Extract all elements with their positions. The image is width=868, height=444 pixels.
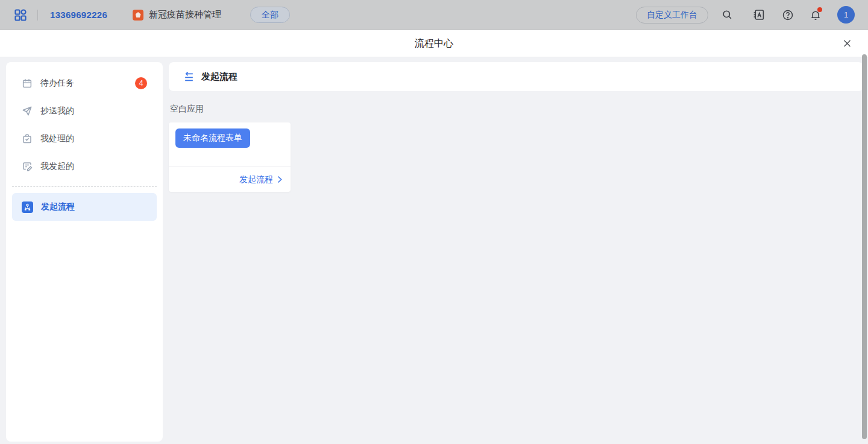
current-app-name[interactable]: 新冠疫苗接种管理 — [149, 9, 221, 21]
modal-header: 流程中心 — [0, 30, 868, 57]
customize-workbench-button[interactable]: 自定义工作台 — [636, 7, 708, 24]
todo-count-badge: 4 — [135, 77, 147, 89]
user-avatar[interactable]: 1 — [837, 6, 855, 24]
sidebar-item-label: 发起流程 — [41, 201, 147, 212]
current-app-icon — [133, 10, 143, 21]
help-icon[interactable] — [782, 9, 794, 21]
sidebar-item-initiated-by-me[interactable]: 我发起的 — [12, 153, 157, 180]
app-group-label: 空白应用 — [170, 104, 863, 115]
blank-app-card: 未命名流程表单 发起流程 — [169, 122, 291, 192]
filter-all-pill[interactable]: 全部 — [250, 7, 290, 23]
edit-doc-icon — [22, 161, 33, 172]
sidebar: 待办任务 4 抄送我的 我处理的 — [6, 62, 163, 442]
sidebar-item-label: 我发起的 — [40, 161, 147, 172]
notification-bell-icon[interactable] — [810, 9, 822, 21]
vertical-scrollbar[interactable] — [862, 54, 867, 439]
initiate-process-link[interactable]: 发起流程 — [175, 167, 284, 192]
close-icon[interactable] — [840, 36, 855, 51]
flow-chart-icon — [22, 201, 33, 213]
org-name[interactable]: 13369692226 — [50, 10, 107, 20]
sidebar-item-todo-tasks[interactable]: 待办任务 4 — [12, 69, 157, 97]
sidebar-item-cc-to-me[interactable]: 抄送我的 — [12, 97, 157, 125]
sidebar-divider — [12, 186, 157, 187]
sidebar-item-label: 我处理的 — [40, 133, 147, 144]
apps-grid-icon[interactable] — [13, 8, 28, 22]
sidebar-item-label: 待办任务 — [40, 78, 135, 89]
process-center-body: 待办任务 4 抄送我的 我处理的 — [0, 58, 868, 444]
sidebar-item-label: 抄送我的 — [40, 106, 147, 116]
sidebar-item-handled-by-me[interactable]: 我处理的 — [12, 125, 157, 153]
topbar-divider — [37, 10, 38, 21]
todo-calendar-icon — [22, 78, 33, 89]
handled-check-icon — [22, 133, 33, 144]
contacts-icon[interactable] — [752, 8, 765, 21]
topbar: 13369692226 新冠疫苗接种管理 全部 自定义工作台 1 — [0, 0, 868, 30]
paper-plane-icon — [22, 106, 33, 116]
content-area: 发起流程 空白应用 未命名流程表单 发起流程 — [169, 62, 863, 444]
chevron-right-icon — [275, 175, 284, 184]
notification-dot — [817, 7, 822, 12]
content-section-title: 发起流程 — [201, 71, 237, 83]
initiate-process-label: 发起流程 — [239, 174, 273, 185]
content-section-header: 发起流程 — [169, 62, 863, 91]
search-icon[interactable] — [722, 9, 733, 21]
process-list-icon — [183, 71, 195, 83]
page-title: 流程中心 — [415, 37, 453, 50]
sidebar-item-initiate-process[interactable]: 发起流程 — [12, 193, 157, 221]
process-form-button[interactable]: 未命名流程表单 — [175, 128, 250, 148]
